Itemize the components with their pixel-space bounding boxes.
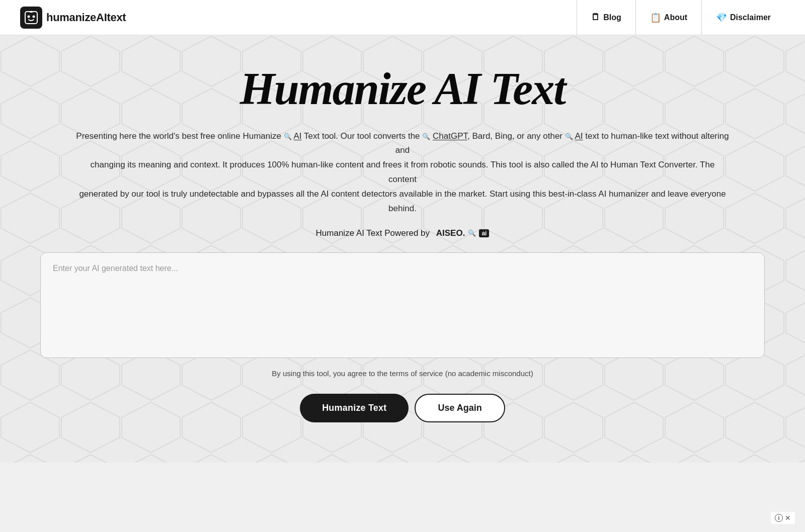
- nav-about-link[interactable]: 📋 About: [635, 0, 701, 35]
- nav-about-label: About: [664, 13, 687, 22]
- text-input[interactable]: [40, 252, 765, 358]
- hero-description: Presenting here the world's best free on…: [75, 129, 730, 216]
- nav-blog-link[interactable]: 🗒 Blog: [577, 0, 635, 35]
- svg-rect-4: [31, 11, 32, 12]
- svg-point-2: [33, 15, 35, 18]
- navbar: humanizeAItext 🗒 Blog 📋 About 💎 Disclaim…: [0, 0, 805, 35]
- hero-section: Humanize AI Text Presenting here the wor…: [0, 35, 805, 463]
- svg-point-1: [28, 15, 30, 18]
- nav-disclaimer-link[interactable]: 💎 Disclaimer: [701, 0, 785, 35]
- close-icon[interactable]: ✕: [785, 514, 791, 522]
- info-icon[interactable]: i: [775, 514, 783, 522]
- buttons-row: Humanize Text Use Again: [40, 394, 765, 422]
- about-icon: 📋: [650, 12, 661, 23]
- page-title: Humanize AI Text: [40, 65, 765, 113]
- tos-note: By using this tool, you agree to the ter…: [40, 369, 765, 378]
- humanize-button[interactable]: Humanize Text: [300, 394, 409, 422]
- logo[interactable]: humanizeAItext: [20, 7, 126, 29]
- powered-by: Humanize AI Text Powered by AISEO.🔍 ai: [40, 228, 765, 238]
- svg-rect-0: [25, 12, 37, 24]
- textarea-container: [40, 252, 765, 360]
- nav-links: 🗒 Blog 📋 About 💎 Disclaimer: [577, 0, 785, 35]
- nav-blog-label: Blog: [603, 13, 621, 22]
- powered-by-brand: AISEO.: [436, 228, 465, 238]
- blog-icon: 🗒: [591, 12, 600, 23]
- info-badge: i ✕: [771, 512, 795, 524]
- logo-text: humanizeAItext: [46, 11, 126, 24]
- ai-badge: ai: [479, 229, 489, 237]
- nav-disclaimer-label: Disclaimer: [730, 13, 771, 22]
- logo-icon: [20, 7, 42, 29]
- use-again-button[interactable]: Use Again: [415, 394, 505, 422]
- disclaimer-icon: 💎: [716, 12, 727, 23]
- powered-by-label: Humanize AI Text Powered by: [316, 228, 430, 238]
